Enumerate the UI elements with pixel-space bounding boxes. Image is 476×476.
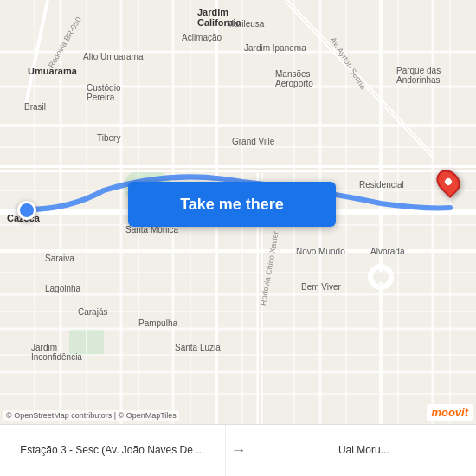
label-pampulha: Pampulha xyxy=(138,318,177,328)
label-grand-ville: Grand Ville xyxy=(232,137,274,146)
label-brasil: Brasil xyxy=(24,102,46,112)
label-custodio: CustódioPereira xyxy=(87,83,120,102)
label-alto-umuarama: Alto Umuarama xyxy=(83,52,143,61)
label-santa-luzia: Santa Luzia xyxy=(175,343,221,352)
label-saraiva: Saraiva xyxy=(45,254,74,263)
arrow-icon: → xyxy=(226,441,252,460)
origin-marker xyxy=(17,201,36,220)
label-residencial: Residencial xyxy=(359,180,404,190)
svg-point-42 xyxy=(376,272,386,282)
label-novo-mundo: Novo Mundo xyxy=(296,247,345,256)
label-jardim-ipanema: Jardim Ipanema xyxy=(244,43,306,53)
bottom-bar: Estação 3 - Sesc (Av. João Naves De ... … xyxy=(0,424,476,476)
origin-section[interactable]: Estação 3 - Sesc (Av. João Naves De ... xyxy=(0,425,226,476)
destination-section[interactable]: Uai Moru... xyxy=(252,425,477,476)
label-jardim-inconf: JardimInconfidência xyxy=(31,343,82,362)
origin-text: Estação 3 - Sesc (Av. João Naves De ... xyxy=(20,444,204,458)
label-lagoinha: Lagoinha xyxy=(45,284,80,293)
label-parque: Parque dasAndorinhas xyxy=(396,66,441,85)
take-me-there-button[interactable]: Take me there xyxy=(128,182,336,227)
label-aclamacao: Aclimação xyxy=(182,33,222,42)
label-alvorada: Alvorada xyxy=(370,247,404,256)
label-tibery: Tibery xyxy=(97,133,120,143)
label-carajas: Carajás xyxy=(78,307,107,317)
map-container: JardimCalifornia Aclimação Jardim Ipanem… xyxy=(0,0,476,424)
label-marileusa: Marileusa xyxy=(227,19,264,29)
moovit-logo: moovit xyxy=(427,404,473,421)
label-mansoes: MansõesAeroporto xyxy=(275,69,313,88)
destination-marker xyxy=(438,169,459,195)
label-bem-viver: Bem Viver xyxy=(301,282,341,292)
map-attribution: © OpenStreetMap contributors | © OpenMap… xyxy=(3,410,179,421)
destination-text: Uai Moru... xyxy=(338,444,389,458)
